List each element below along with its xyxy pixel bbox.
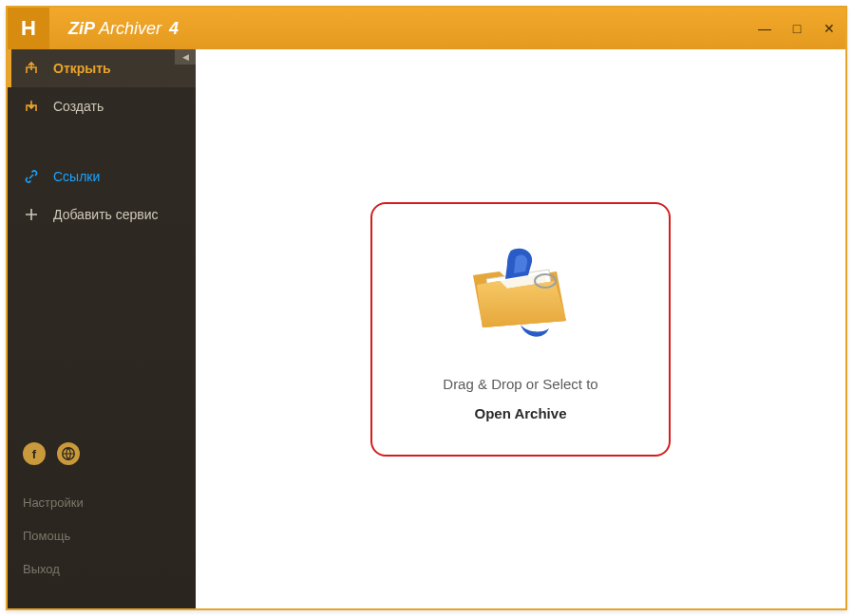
- dropzone-line2: Open Archive: [475, 405, 567, 421]
- sidebar-bottom: f Настройки Помощь Выход: [8, 429, 196, 608]
- chevron-left-icon: ◀: [182, 52, 189, 62]
- minimize-button[interactable]: —: [749, 8, 781, 49]
- exit-link[interactable]: Выход: [23, 552, 180, 586]
- social-row: f: [23, 442, 180, 465]
- sidebar-item-add-service[interactable]: Добавить сервис: [8, 196, 196, 233]
- dropzone-line1: Drag & Drop or Select to: [443, 376, 597, 392]
- open-icon: [23, 61, 40, 76]
- sidebar-item-label: Добавить сервис: [53, 207, 159, 222]
- sidebar-item-links[interactable]: Ссылки: [8, 158, 196, 196]
- sidebar-item-label: Создать: [53, 99, 104, 114]
- titlebar[interactable]: H ZiP Archiver 4 — □ ✕: [8, 8, 845, 49]
- create-icon: [23, 99, 40, 114]
- sidebar-item-label: Открыть: [53, 61, 111, 76]
- app-logo: H: [8, 8, 49, 49]
- sidebar-item-open[interactable]: Открыть: [8, 49, 196, 87]
- app-window: H ZiP Archiver 4 — □ ✕ ◀ Открыть: [6, 6, 847, 610]
- sidebar: ◀ Открыть Создать Ссылки: [8, 49, 196, 608]
- open-archive-dropzone[interactable]: Drag & Drop or Select to Open Archive: [370, 202, 671, 457]
- close-button[interactable]: ✕: [813, 8, 845, 49]
- app-title: ZiP Archiver 4: [68, 19, 179, 39]
- window-controls: — □ ✕: [749, 8, 845, 49]
- maximize-button[interactable]: □: [781, 8, 813, 49]
- help-link[interactable]: Помощь: [23, 519, 180, 552]
- globe-icon[interactable]: [57, 442, 80, 465]
- app-body: ◀ Открыть Создать Ссылки: [8, 49, 845, 608]
- facebook-icon[interactable]: f: [23, 442, 46, 465]
- link-icon: [23, 169, 40, 184]
- app-logo-letter: H: [21, 16, 36, 41]
- main-area: Drag & Drop or Select to Open Archive: [196, 49, 845, 608]
- sidebar-gap: [8, 125, 196, 158]
- folder-icon: [454, 237, 587, 351]
- settings-link[interactable]: Настройки: [23, 486, 180, 519]
- sidebar-collapse-button[interactable]: ◀: [175, 49, 196, 65]
- plus-icon: [23, 208, 40, 221]
- sidebar-item-label: Ссылки: [53, 169, 100, 184]
- sidebar-item-create[interactable]: Создать: [8, 87, 196, 125]
